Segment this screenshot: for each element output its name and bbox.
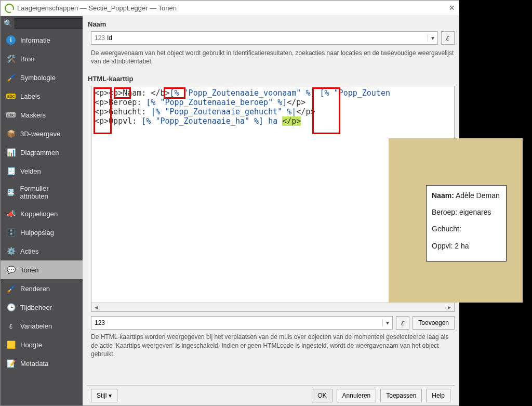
maptip-heading: HTML-kaarttip [88,75,455,83]
brush-icon: 🖌️ [6,72,16,83]
qgis-logo-icon [5,4,14,13]
ok-button[interactable]: OK [312,389,332,402]
sidebar-item-renderen[interactable]: 🖌️Renderen [1,279,83,298]
expression-builder-button[interactable]: ε [441,31,455,45]
window-title: Laageigenschappen — Sectie_PoppLegger — … [17,4,177,12]
info-icon: i [6,35,16,45]
apply-button[interactable]: Toepassen [380,389,422,402]
db-icon: 🗄️ [6,227,16,238]
sidebar-item-hulpopslag[interactable]: 🗄️Hulpopslag [1,223,83,242]
render-icon: 🖌️ [6,283,16,294]
wrench-icon: 🛠️ [6,54,16,64]
dialog-footer: Stijl ▾ OK Annuleren Toepassen Help [87,385,455,405]
display-name-field-value: Id [107,34,112,42]
tooltip-oppvl: Oppvl: 2 ha [432,241,501,251]
display-name-field-select[interactable]: 123 Id ▾ [91,31,438,45]
columns-icon: 🧾 [6,166,16,176]
link-icon: 📣 [6,208,16,219]
horizontal-scrollbar[interactable]: ◂ ▸ [91,302,454,311]
sidebar-item-tijdbeheer[interactable]: 🕒Tijdbeheer [1,298,83,317]
naam-heading: Naam [88,20,455,28]
sidebar-item-koppelingen[interactable]: 📣Koppelingen [1,204,83,223]
gear-icon: ⚙️ [6,246,16,256]
form-icon: 📇 [6,187,16,198]
search-icon: 🔍 [4,19,12,28]
eps-icon: ε [6,321,16,331]
chevron-down-icon: ▾ [109,392,112,399]
style-menu-button[interactable]: Stijl ▾ [91,389,117,402]
sidebar-item-informatie[interactable]: iInformatie [1,31,83,49]
meta-icon: 📝 [6,358,16,369]
field-type-icon: 123 [95,34,105,42]
sidebar-item-3d-weergave[interactable]: 📦3D-weergave [1,124,83,143]
tooltip-name-label: Naam: [432,191,454,200]
elev-icon: 🟨 [6,339,16,350]
chart-icon: 📊 [6,147,16,158]
naam-help-text: De weergavenaam van het object wordt geb… [91,49,455,66]
sidebar-item-tonen[interactable]: 💬Tonen [1,260,83,279]
scroll-left-icon[interactable]: ◂ [91,304,101,311]
sidebar-search-input[interactable] [15,18,83,29]
sidebar-item-maskers[interactable]: abcMaskers [1,106,83,124]
close-icon[interactable]: × [449,3,455,14]
cancel-button[interactable]: Annuleren [337,389,377,402]
speech-icon: 💬 [6,265,16,275]
sidebar-item-symbologie[interactable]: 🖌️Symbologie [1,68,83,87]
tooltip-beroep: Beroep: eigenares [432,207,501,217]
sidebar-item-bron[interactable]: 🛠️Bron [1,49,83,68]
insert-expression-button[interactable]: ε [396,316,409,330]
titlebar: Laageigenschappen — Sectie_PoppLegger — … [1,1,459,16]
clock-icon: 🕒 [6,302,16,312]
abc2-icon: abc [6,110,16,120]
sidebar-item-metadata[interactable]: 📝Metadata [1,354,83,373]
sidebar: 🔍 iInformatie🛠️Bron🖌️SymbologieabcLabels… [1,16,83,405]
maptip-help-text: De HTML-kaarttips worden weergegeven bij… [91,333,455,358]
insert-add-button[interactable]: Toevoegen [413,316,455,330]
tooltip-gehucht: Gehucht: [432,224,501,233]
sidebar-nav: iInformatie🛠️Bron🖌️SymbologieabcLabelsab… [1,31,83,405]
sidebar-item-variabelen[interactable]: εVariabelen [1,317,83,335]
tooltip-preview-card: Naam: Adèle Deman Beroep: eigenares Gehu… [426,185,507,261]
tooltip-name-value: Adèle Deman [456,191,500,200]
scroll-right-icon[interactable]: ▸ [445,304,454,311]
cube-icon: 📦 [6,128,16,139]
sidebar-item-velden[interactable]: 🧾Velden [1,162,83,180]
insert-field-value: 123 [95,319,105,326]
chevron-down-icon: ▾ [382,319,389,326]
sidebar-item-acties[interactable]: ⚙️Acties [1,242,83,260]
abc-icon: abc [6,91,16,101]
sidebar-item-diagrammen[interactable]: 📊Diagrammen [1,143,83,162]
sidebar-item-hoogte[interactable]: 🟨Hoogte [1,335,83,354]
insert-field-select[interactable]: 123 ▾ [91,316,393,330]
chevron-down-icon: ▾ [428,34,434,42]
sidebar-item-labels[interactable]: abcLabels [1,87,83,106]
sidebar-item-formulier-attributen[interactable]: 📇Formulier attributen [1,180,83,204]
help-button[interactable]: Help [426,389,450,402]
